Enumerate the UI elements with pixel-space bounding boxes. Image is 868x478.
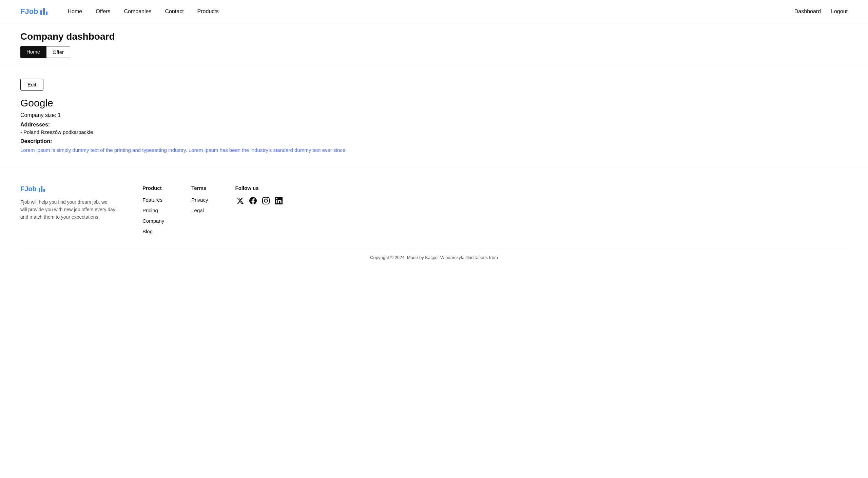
page-title: Company dashboard <box>20 31 848 42</box>
footer-tagline: Fjob will help you find your dream job, … <box>20 198 115 221</box>
footer: FJob Fjob will help you find your dream … <box>0 168 868 270</box>
footer-logo: FJob <box>20 185 115 193</box>
breadcrumb: Home Offer <box>20 46 70 58</box>
twitter-icon[interactable] <box>235 196 245 206</box>
company-size: Company size: 1 <box>20 112 848 118</box>
footer-link-features[interactable]: Features <box>142 197 164 203</box>
footer-link-privacy[interactable]: Privacy <box>191 197 208 203</box>
edit-button[interactable]: Edit <box>20 79 43 91</box>
footer-link-blog[interactable]: Blog <box>142 228 164 234</box>
navbar: FJob Home Offers Companies Contact Produ… <box>0 0 868 23</box>
nav-logout[interactable]: Logout <box>831 8 848 15</box>
footer-terms-title: Terms <box>191 185 208 191</box>
nav-home[interactable]: Home <box>68 8 82 15</box>
footer-link-legal[interactable]: Legal <box>191 207 208 213</box>
page-header: Company dashboard Home Offer <box>0 23 868 58</box>
address-item: - Poland Rzeszów podkarpackie <box>20 129 848 135</box>
nav-offers[interactable]: Offers <box>96 8 110 15</box>
facebook-icon[interactable] <box>248 196 258 206</box>
footer-logo-bars-icon <box>39 186 45 192</box>
nav-links: Home Offers Companies Contact Products <box>68 8 219 15</box>
footer-logo-text: FJob <box>20 185 37 193</box>
nav-dashboard[interactable]: Dashboard <box>794 8 821 15</box>
footer-brand: FJob Fjob will help you find your dream … <box>20 185 115 234</box>
footer-follow-title: Follow us <box>235 185 284 191</box>
footer-copyright: Copyright © 2024. Made by Kacper Włodarc… <box>20 248 848 260</box>
instagram-icon[interactable] <box>261 196 271 206</box>
navbar-right: Dashboard Logout <box>794 8 848 15</box>
navbar-left: FJob Home Offers Companies Contact Produ… <box>20 7 219 16</box>
description-text: Lorem Ipsum is simply dummy text of the … <box>20 146 848 154</box>
footer-link-company[interactable]: Company <box>142 218 164 224</box>
divider <box>0 65 868 65</box>
footer-col-terms: Terms Privacy Legal <box>191 185 208 234</box>
footer-product-title: Product <box>142 185 164 191</box>
breadcrumb-offer[interactable]: Offer <box>46 46 70 58</box>
addresses-label: Addresses: <box>20 122 848 128</box>
logo-bars-icon <box>40 8 47 15</box>
nav-companies[interactable]: Companies <box>124 8 152 15</box>
company-name: Google <box>20 97 848 109</box>
linkedin-icon[interactable] <box>274 196 284 206</box>
nav-contact[interactable]: Contact <box>165 8 184 15</box>
footer-col-product: Product Features Pricing Company Blog <box>142 185 164 234</box>
logo[interactable]: FJob <box>20 7 47 16</box>
description-label: Description: <box>20 138 848 144</box>
footer-link-pricing[interactable]: Pricing <box>142 207 164 213</box>
social-icons <box>235 196 284 206</box>
breadcrumb-home[interactable]: Home <box>20 46 46 58</box>
logo-text: FJob <box>20 7 38 16</box>
footer-top: FJob Fjob will help you find your dream … <box>20 185 848 234</box>
footer-follow: Follow us <box>235 185 284 234</box>
footer-columns: Product Features Pricing Company Blog Te… <box>142 185 848 234</box>
nav-products[interactable]: Products <box>197 8 219 15</box>
main-content: Edit Google Company size: 1 Addresses: -… <box>0 72 868 168</box>
